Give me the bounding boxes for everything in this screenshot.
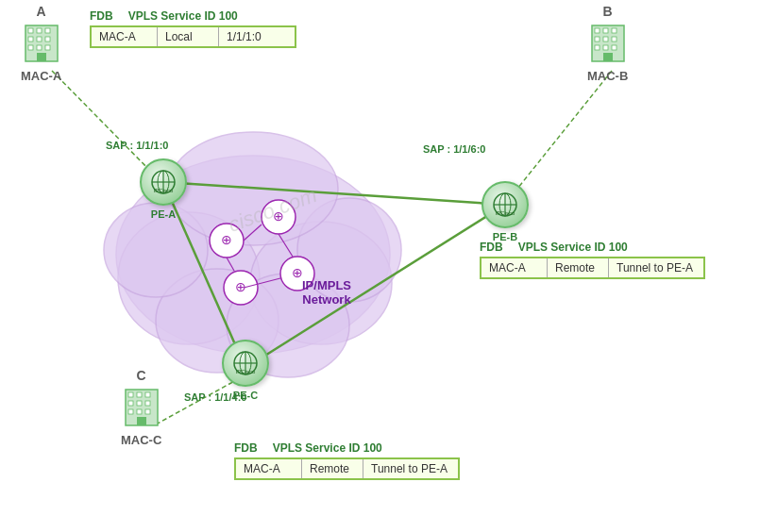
- fdb-cell-peb-dest: Tunnel to PE-A: [609, 258, 703, 277]
- router-pe-c-icon: IPCisco: [222, 340, 269, 387]
- building-a-mac-label: MAC-A: [21, 69, 61, 83]
- watermark: cisco.com: [226, 183, 321, 238]
- svg-rect-28: [37, 28, 42, 33]
- fdb-title-pec: FDB: [234, 441, 258, 455]
- fdb-cell-pea-type: Local: [158, 27, 219, 46]
- svg-rect-35: [45, 45, 50, 50]
- fdb-service-pea: VPLS Service ID 100: [128, 9, 238, 23]
- svg-rect-45: [603, 45, 608, 50]
- svg-point-1: [118, 212, 260, 344]
- router-pe-b: IPCisco PE-B: [481, 181, 529, 242]
- building-c-mac-label: MAC-C: [121, 433, 161, 447]
- fdb-table-pec: FDB VPLS Service ID 100 MAC-A Remote Tun…: [234, 441, 460, 480]
- svg-line-19: [279, 234, 293, 257]
- router-pe-a-label: PE-A: [151, 208, 176, 220]
- building-c-icon: [124, 385, 160, 427]
- svg-text:IPCisco: IPCisco: [154, 188, 174, 193]
- svg-rect-39: [603, 28, 608, 33]
- fdb-row-pec-0: MAC-A Remote Tunnel to PE-A: [234, 457, 460, 480]
- sap-label-pec: SAP : 1/1/4:0: [184, 391, 246, 403]
- svg-rect-32: [45, 37, 50, 42]
- svg-point-10: [262, 200, 296, 234]
- svg-line-23: [52, 71, 151, 172]
- fdb-title-pea: FDB: [90, 9, 113, 23]
- fdb-row-pea-0: MAC-A Local 1/1/1:0: [90, 25, 296, 48]
- building-c-letter: C: [137, 368, 146, 383]
- svg-rect-31: [37, 37, 42, 42]
- svg-text:⊕: ⊕: [235, 279, 246, 294]
- svg-rect-54: [145, 401, 150, 406]
- svg-rect-46: [612, 45, 617, 50]
- svg-line-20: [163, 182, 505, 205]
- svg-rect-34: [37, 45, 42, 50]
- svg-rect-51: [145, 392, 150, 397]
- fdb-cell-pea-dest: 1/1/1:0: [219, 27, 295, 46]
- svg-text:⊕: ⊕: [273, 208, 284, 224]
- svg-rect-58: [137, 417, 146, 425]
- building-a-icon: [24, 21, 59, 63]
- svg-rect-42: [603, 37, 608, 42]
- fdb-cell-pea-mac: MAC-A: [92, 27, 158, 46]
- svg-rect-47: [603, 53, 613, 61]
- svg-rect-52: [128, 401, 133, 406]
- svg-line-17: [227, 258, 234, 271]
- svg-rect-36: [37, 53, 46, 61]
- network-label: IP/MPLS Network: [302, 278, 351, 307]
- svg-rect-30: [28, 37, 33, 42]
- svg-rect-41: [595, 37, 600, 42]
- fdb-service-peb: VPLS Service ID 100: [518, 241, 628, 254]
- building-b: B MAC-B: [587, 21, 628, 83]
- svg-rect-33: [28, 45, 33, 50]
- fdb-cell-pec-dest: Tunnel to PE-A: [363, 459, 458, 478]
- svg-rect-43: [612, 37, 617, 42]
- svg-rect-57: [145, 409, 150, 414]
- building-b-mac-label: MAC-B: [587, 69, 628, 83]
- fdb-cell-pec-mac: MAC-A: [236, 459, 302, 478]
- fdb-cell-pec-type: Remote: [302, 459, 363, 478]
- building-b-icon: [590, 21, 626, 63]
- svg-rect-55: [128, 409, 133, 414]
- svg-rect-56: [137, 409, 142, 414]
- svg-line-22: [245, 205, 505, 368]
- svg-rect-50: [137, 392, 142, 397]
- svg-rect-29: [45, 28, 50, 33]
- router-pe-b-icon: IPCisco: [481, 181, 529, 228]
- fdb-cell-peb-type: Remote: [548, 258, 609, 277]
- svg-rect-44: [595, 45, 600, 50]
- diagram: ⊕ ⊕ ⊕ ⊕ A: [0, 0, 777, 532]
- router-pe-a: IPCisco PE-A: [140, 158, 187, 220]
- fdb-cell-peb-mac: MAC-A: [481, 258, 548, 277]
- fdb-table-peb: FDB VPLS Service ID 100 MAC-A Remote Tun…: [480, 241, 705, 279]
- svg-point-8: [210, 224, 244, 258]
- svg-rect-40: [612, 28, 617, 33]
- building-a: A MAC-A: [21, 21, 61, 83]
- router-pe-a-icon: IPCisco: [140, 158, 187, 206]
- network-label-line1: IP/MPLS: [302, 278, 351, 292]
- fdb-row-peb-0: MAC-A Remote Tunnel to PE-A: [480, 257, 705, 279]
- fdb-title-peb: FDB: [480, 241, 503, 254]
- fdb-table-pea: FDB VPLS Service ID 100 MAC-A Local 1/1/…: [90, 9, 296, 48]
- svg-text:⊕: ⊕: [221, 232, 232, 247]
- network-label-line2: Network: [302, 292, 351, 307]
- svg-text:IPCisco: IPCisco: [236, 369, 256, 374]
- sap-label-pea: SAP : 1/1/1:0: [106, 140, 168, 151]
- svg-point-7: [168, 132, 338, 245]
- building-b-letter: B: [603, 4, 613, 19]
- svg-text:IPCisco: IPCisco: [496, 210, 515, 216]
- fdb-service-pec: VPLS Service ID 100: [273, 441, 382, 455]
- svg-rect-27: [28, 28, 33, 33]
- sap-label-peb: SAP : 1/1/6:0: [423, 143, 485, 155]
- svg-line-16: [244, 224, 262, 241]
- svg-line-18: [244, 278, 280, 288]
- svg-rect-38: [595, 28, 600, 33]
- svg-point-12: [224, 271, 258, 305]
- svg-rect-53: [137, 401, 142, 406]
- building-c: C MAC-C: [121, 385, 161, 447]
- building-a-letter: A: [37, 4, 46, 19]
- svg-rect-49: [128, 392, 133, 397]
- svg-line-24: [517, 71, 612, 189]
